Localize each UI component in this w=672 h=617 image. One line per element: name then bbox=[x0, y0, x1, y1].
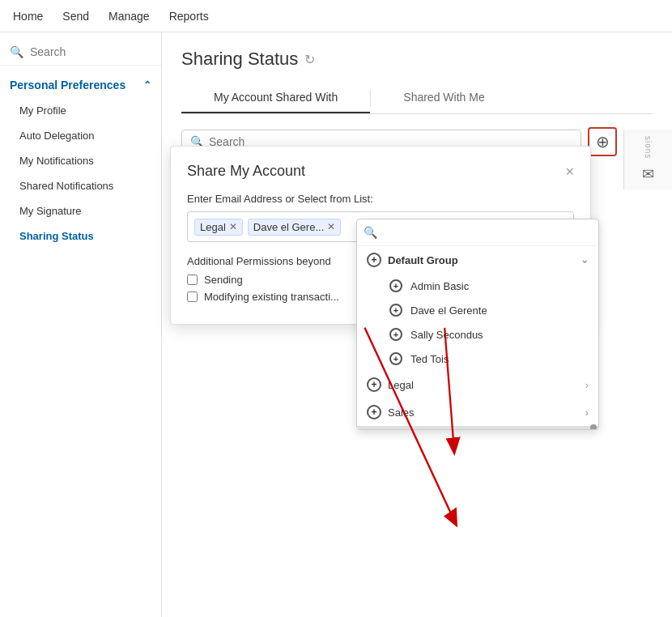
tag-legal-remove[interactable]: ✕ bbox=[229, 221, 237, 232]
sidebar-section-label: Personal Preferences bbox=[10, 79, 125, 91]
tab-shared-with-me[interactable]: Shared With Me bbox=[371, 83, 517, 113]
modal-header: Share My Account × bbox=[187, 163, 574, 180]
sidebar-item-my-profile[interactable]: My Profile bbox=[0, 98, 161, 123]
sidebar-item-shared-notifications[interactable]: Shared Notifications bbox=[0, 173, 161, 198]
dropdown-group-default-header[interactable]: + Default Group ⌄ bbox=[357, 246, 598, 274]
modal-input-label: Enter Email Address or Select from List: bbox=[187, 193, 574, 205]
tabs-container: My Account Shared With Shared With Me bbox=[181, 83, 653, 114]
dropdown-search-container: 🔍 bbox=[357, 219, 598, 246]
sidebar-item-my-notifications[interactable]: My Notifications bbox=[0, 148, 161, 173]
tag-legal: Legal ✕ bbox=[194, 219, 243, 236]
dropdown-group-legal-chevron: › bbox=[585, 379, 589, 391]
sidebar-search-input[interactable] bbox=[30, 45, 151, 58]
nav-home[interactable]: Home bbox=[13, 10, 43, 23]
sidebar-item-auto-delegation[interactable]: Auto Delegation bbox=[0, 123, 161, 148]
sidebar: 🔍 Personal Preferences ⌃ My Profile Auto… bbox=[0, 32, 162, 617]
dropdown-group-default-label: Default Group bbox=[388, 254, 458, 266]
plus-icon: ⊕ bbox=[596, 132, 610, 151]
dropdown-item-admin-basic[interactable]: + Admin Basic bbox=[357, 274, 598, 298]
page-title: Sharing Status bbox=[181, 49, 298, 70]
page-title-container: Sharing Status ↻ bbox=[181, 49, 653, 70]
sidebar-section-header[interactable]: Personal Preferences ⌃ bbox=[0, 72, 161, 98]
sidebar-chevron-icon: ⌃ bbox=[143, 79, 151, 91]
sidebar-search-container: 🔍 bbox=[0, 39, 161, 66]
tag-dave-remove[interactable]: ✕ bbox=[327, 221, 335, 232]
main-layout: 🔍 Personal Preferences ⌃ My Profile Auto… bbox=[0, 32, 672, 617]
sidebar-item-my-signature[interactable]: My Signature bbox=[0, 198, 161, 223]
modifying-label: Modifying existing transacti... bbox=[204, 291, 339, 303]
dropdown-group-sales-label: Sales bbox=[388, 406, 415, 419]
refresh-icon[interactable]: ↻ bbox=[304, 52, 315, 67]
dropdown-item-ted-label: Ted Tois bbox=[410, 353, 449, 365]
nav-manage[interactable]: Manage bbox=[108, 10, 150, 23]
add-ted-icon: + bbox=[389, 352, 402, 365]
dropdown-search-icon: 🔍 bbox=[364, 226, 377, 239]
add-dave-icon: + bbox=[389, 304, 402, 317]
dropdown-scrollbar-thumb bbox=[590, 424, 597, 430]
modal-title: Share My Account bbox=[187, 163, 305, 180]
add-sally-icon: + bbox=[389, 328, 402, 341]
tag-dave: Dave el Gere... ✕ bbox=[248, 219, 341, 236]
email-icon: ✉ bbox=[642, 165, 654, 183]
right-panel: sions ✉ bbox=[623, 130, 672, 189]
dropdown-group-sales-chevron: › bbox=[585, 406, 589, 419]
add-admin-basic-icon: + bbox=[389, 279, 402, 292]
add-sales-group-icon: + bbox=[367, 405, 381, 419]
tab-my-account-shared-with[interactable]: My Account Shared With bbox=[181, 83, 370, 113]
add-button[interactable]: ⊕ bbox=[588, 127, 617, 156]
nav-send[interactable]: Send bbox=[62, 10, 89, 23]
nav-reports[interactable]: Reports bbox=[169, 10, 209, 23]
dropdown-item-sally-secondus[interactable]: + Sally Secondus bbox=[357, 322, 598, 347]
dropdown-scrollbar[interactable] bbox=[357, 426, 598, 429]
sidebar-item-sharing-status[interactable]: Sharing Status bbox=[0, 223, 161, 249]
dropdown-item-admin-basic-label: Admin Basic bbox=[410, 280, 469, 292]
modifying-checkbox[interactable] bbox=[187, 291, 198, 302]
top-navigation: Home Send Manage Reports bbox=[0, 0, 672, 32]
dropdown-group-default-left: + Default Group bbox=[367, 253, 458, 267]
tag-legal-label: Legal bbox=[200, 221, 226, 233]
right-panel-label: sions bbox=[644, 136, 653, 159]
dropdown-search-input[interactable] bbox=[382, 227, 592, 239]
dropdown-item-sally-label: Sally Secondus bbox=[410, 329, 483, 341]
sidebar-search-icon: 🔍 bbox=[10, 45, 23, 58]
sending-label: Sending bbox=[204, 274, 243, 286]
add-default-group-icon: + bbox=[367, 253, 381, 267]
dropdown-group-legal-label: Legal bbox=[388, 379, 414, 391]
dropdown-item-ted-tois[interactable]: + Ted Tois bbox=[357, 347, 598, 371]
dropdown-group-legal[interactable]: + Legal › bbox=[357, 371, 598, 398]
dropdown-scroll-area[interactable]: + Default Group ⌄ + Admin Basic + Dave e… bbox=[357, 246, 598, 426]
tag-dave-label: Dave el Gere... bbox=[253, 221, 324, 233]
add-legal-group-icon: + bbox=[367, 377, 381, 392]
dropdown-group-sales[interactable]: + Sales › bbox=[357, 398, 598, 426]
dropdown-item-dave-label: Dave el Gerente bbox=[410, 304, 487, 317]
content-area: Sharing Status ↻ My Account Shared With … bbox=[162, 32, 672, 617]
modal-close-button[interactable]: × bbox=[565, 164, 574, 179]
dropdown-group-default-chevron: ⌄ bbox=[581, 254, 589, 266]
dropdown-item-dave-el-gerente[interactable]: + Dave el Gerente bbox=[357, 298, 598, 322]
dropdown-list: 🔍 + Default Group ⌄ + Admin Basic bbox=[356, 219, 599, 430]
sending-checkbox[interactable] bbox=[187, 274, 198, 285]
